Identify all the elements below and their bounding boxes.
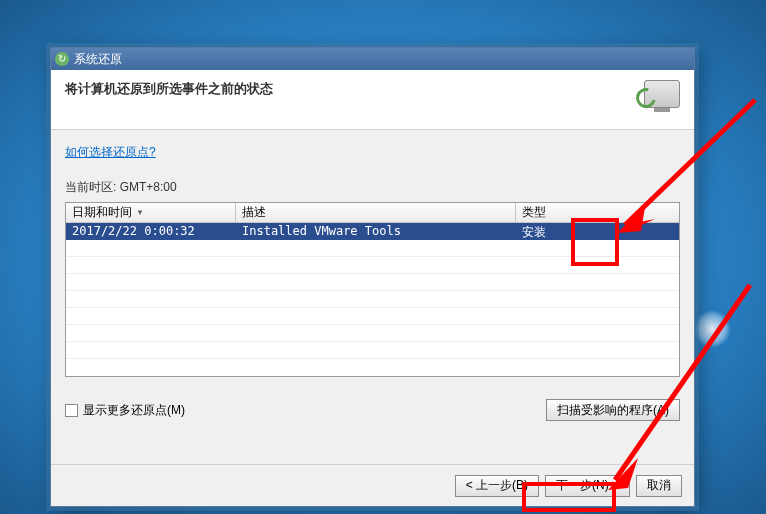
checkbox-icon[interactable] [65,404,78,417]
column-label: 类型 [522,204,546,221]
restore-header-icon [638,80,680,122]
checkbox-label: 显示更多还原点(M) [83,402,185,419]
column-header-datetime[interactable]: 日期和时间 ▼ [66,203,236,222]
cancel-button[interactable]: 取消 [636,475,682,497]
column-label: 描述 [242,204,266,221]
column-header-description[interactable]: 描述 [236,203,516,222]
title-bar[interactable]: 系统还原 [51,48,694,70]
scan-affected-button[interactable]: 扫描受影响的程序(A) [546,399,680,421]
table-header-row: 日期和时间 ▼ 描述 类型 [66,203,679,223]
table-row[interactable]: 2017/2/22 0:00:32 Installed VMware Tools… [66,223,679,240]
back-button[interactable]: < 上一步(B) [455,475,539,497]
desktop-glow [693,310,731,348]
timezone-label: 当前时区: GMT+8:00 [65,179,680,196]
restore-point-table[interactable]: 日期和时间 ▼ 描述 类型 2017/2/22 0:00:32 Installe… [65,202,680,377]
restore-icon [55,52,69,66]
cell-type: 安装 [516,223,679,240]
wizard-footer: < 上一步(B) 下一步(N) > 取消 [51,464,694,506]
cell-description: Installed VMware Tools [236,223,516,240]
page-title: 将计算机还原到所选事件之前的状态 [65,80,273,98]
column-label: 日期和时间 [72,204,132,221]
system-restore-dialog: 系统还原 将计算机还原到所选事件之前的状态 如何选择还原点? 当前时区: GMT… [50,47,695,507]
window-title: 系统还原 [74,51,122,68]
column-header-type[interactable]: 类型 [516,203,679,222]
show-more-checkbox[interactable]: 显示更多还原点(M) [65,402,185,419]
help-link[interactable]: 如何选择还原点? [65,144,156,161]
next-button[interactable]: 下一步(N) > [545,475,630,497]
cell-datetime: 2017/2/22 0:00:32 [66,223,236,240]
sort-desc-icon: ▼ [136,208,144,217]
dialog-header: 将计算机还原到所选事件之前的状态 [51,70,694,130]
